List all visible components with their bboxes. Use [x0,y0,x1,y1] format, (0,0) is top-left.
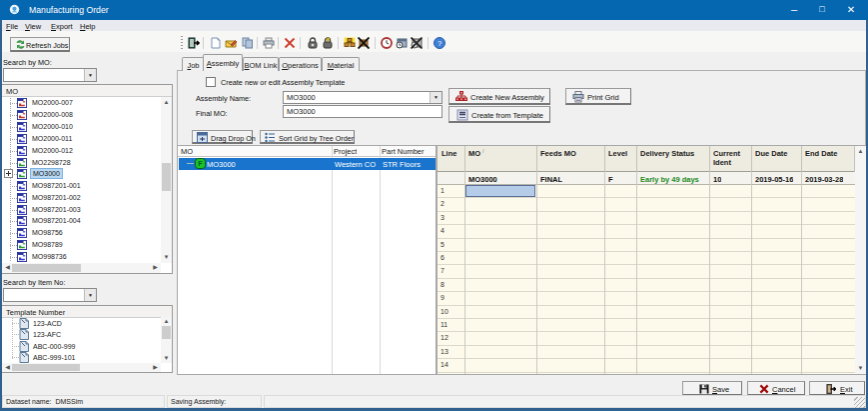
svg-text:F: F [198,160,203,167]
svg-text:?: ? [437,39,441,48]
